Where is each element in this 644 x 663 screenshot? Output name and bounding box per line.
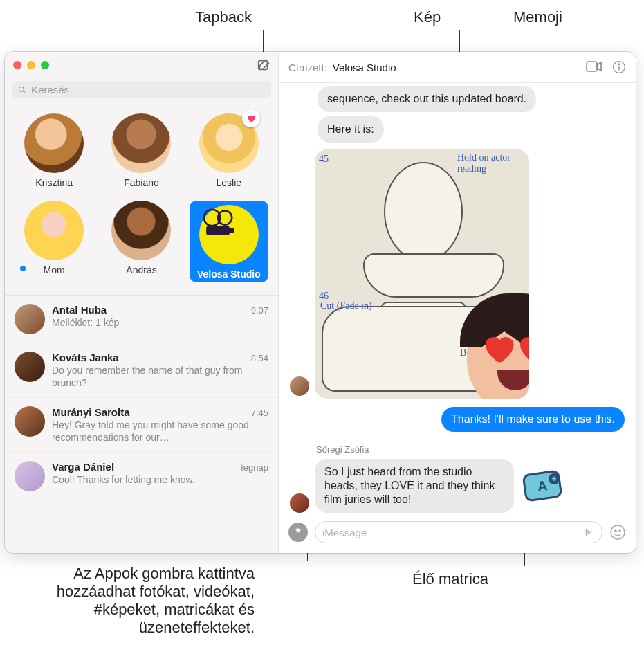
incoming-message: sequence, check out this updated board. bbox=[318, 86, 536, 112]
conversation-time: 7:45 bbox=[251, 408, 268, 418]
waveform-icon bbox=[581, 526, 595, 538]
callout-sticker: Élő matrica bbox=[412, 570, 488, 588]
dictation-button[interactable] bbox=[581, 526, 595, 538]
smiley-icon bbox=[609, 524, 626, 541]
pinned-name: Leslie bbox=[190, 177, 268, 188]
avatar bbox=[15, 461, 45, 491]
heart-eyes-icon bbox=[479, 329, 517, 367]
close-window-button[interactable] bbox=[13, 61, 21, 69]
memoji-sticker bbox=[460, 293, 529, 399]
conversation-time: 9:07 bbox=[251, 305, 268, 316]
conversation-name: Kováts Janka bbox=[52, 352, 119, 363]
pinned-name: Fabiano bbox=[102, 177, 181, 188]
pinned-name: Krisztina bbox=[15, 177, 93, 188]
conversation-name: Varga Dániel bbox=[52, 461, 114, 473]
list-item[interactable]: Varga Dánieltegnap Cool! Thanks for lett… bbox=[5, 453, 278, 500]
conversation-time: tegnap bbox=[241, 462, 268, 473]
compose-bar: iMessage bbox=[279, 516, 636, 553]
pinned-item-mom[interactable]: Mom bbox=[15, 201, 93, 282]
facetime-button[interactable] bbox=[586, 60, 602, 74]
avatar bbox=[199, 205, 259, 264]
avatar bbox=[15, 304, 45, 334]
projector-icon bbox=[199, 205, 237, 242]
search-input[interactable]: Keresés bbox=[12, 81, 271, 98]
pinned-item-fabiano[interactable]: Fabiano bbox=[102, 113, 181, 188]
avatar bbox=[111, 201, 171, 260]
conversation-list: Antal Huba9:07 Melléklet: 1 kép Kováts J… bbox=[5, 295, 278, 553]
image-attachment[interactable]: 45 Hold on actor reading 46 Cut (Fade in… bbox=[315, 149, 529, 399]
info-button[interactable] bbox=[612, 60, 626, 74]
outgoing-message: Thanks! I'll make sure to use this. bbox=[441, 407, 625, 432]
avatar bbox=[15, 352, 45, 382]
svg-rect-6 bbox=[587, 62, 597, 71]
sender-label: Sőregi Zsófia bbox=[316, 444, 625, 455]
image-annotation: Hold on actor reading bbox=[457, 152, 519, 174]
sender-avatar bbox=[290, 493, 309, 513]
pinned-item-krisztina[interactable]: Krisztina bbox=[15, 113, 93, 188]
live-sticker[interactable]: A + bbox=[524, 472, 561, 500]
minimize-window-button[interactable] bbox=[27, 61, 35, 69]
message-thread[interactable]: sequence, check out this updated board. … bbox=[279, 83, 636, 516]
conversation-name: Murányi Sarolta bbox=[52, 406, 130, 418]
conversation-preview: Cool! Thanks for letting me know. bbox=[52, 474, 268, 487]
apps-button[interactable] bbox=[288, 523, 308, 542]
list-item[interactable]: Kováts Janka8:54 Do you remember the nam… bbox=[5, 343, 278, 398]
list-item[interactable]: Murányi Sarolta7:45 Hey! Gray told me yo… bbox=[5, 398, 278, 453]
divider bbox=[315, 287, 529, 287]
pinned-item-andras[interactable]: András bbox=[102, 201, 181, 282]
conversation-pane: Címzett: Velosa Studio sequence, check o… bbox=[279, 52, 636, 553]
pinned-item-velosa-studio[interactable]: Velosa Studio bbox=[190, 201, 268, 282]
callout-memoji: Memoji bbox=[513, 8, 562, 26]
messages-window: Keresés Krisztina Fabiano Leslie bbox=[5, 52, 636, 553]
heart-eyes-icon bbox=[514, 329, 529, 367]
recipient-name[interactable]: Velosa Studio bbox=[333, 62, 396, 73]
svg-point-8 bbox=[618, 64, 620, 65]
incoming-message: Here it is: bbox=[318, 116, 384, 143]
image-annotation: 45 bbox=[319, 154, 329, 165]
callout-tapback: Tapback bbox=[195, 8, 252, 26]
conversation-name: Antal Huba bbox=[52, 304, 107, 316]
unread-dot-icon bbox=[20, 266, 26, 271]
incoming-message: So I just heard from the studio heads, t… bbox=[315, 459, 514, 513]
pinned-name: Velosa Studio bbox=[190, 269, 268, 280]
avatar bbox=[24, 113, 84, 173]
conversation-preview: Do you remember the name of that guy fro… bbox=[52, 365, 268, 389]
conversation-preview: Hey! Gray told me you might have some go… bbox=[52, 419, 268, 444]
pinned-conversations: Krisztina Fabiano Leslie Mom András bbox=[5, 104, 278, 295]
window-controls-row bbox=[5, 52, 278, 77]
search-placeholder: Keresés bbox=[31, 84, 69, 96]
traffic-lights[interactable] bbox=[13, 61, 49, 69]
appstore-icon bbox=[293, 527, 304, 538]
avatar bbox=[24, 201, 84, 260]
avatar bbox=[15, 406, 45, 437]
compose-button[interactable] bbox=[256, 57, 271, 73]
svg-point-9 bbox=[611, 525, 625, 539]
sketch-icon bbox=[384, 162, 463, 262]
svg-rect-5 bbox=[228, 228, 234, 233]
maximize-window-button[interactable] bbox=[41, 61, 49, 69]
tapback-heart-icon bbox=[242, 109, 260, 127]
conversation-preview: Melléklet: 1 kép bbox=[52, 317, 268, 329]
avatar bbox=[111, 113, 171, 173]
list-item[interactable]: Antal Huba9:07 Melléklet: 1 kép bbox=[5, 296, 278, 343]
callout-image: Kép bbox=[414, 8, 441, 26]
svg-point-1 bbox=[19, 87, 24, 91]
sketch-icon bbox=[363, 253, 504, 298]
message-placeholder: iMessage bbox=[322, 527, 367, 538]
conversation-header: Címzett: Velosa Studio bbox=[279, 52, 636, 83]
message-input[interactable]: iMessage bbox=[315, 521, 602, 543]
conversation-time: 8:54 bbox=[251, 353, 268, 363]
sidebar: Keresés Krisztina Fabiano Leslie bbox=[5, 52, 279, 553]
callout-apps: Az Appok gombra kattintva hozzáadhat fot… bbox=[40, 565, 255, 637]
image-annotation: Cut (Fade in) bbox=[320, 300, 376, 311]
plus-icon: + bbox=[549, 473, 560, 484]
svg-point-10 bbox=[615, 530, 616, 532]
sender-avatar bbox=[290, 376, 309, 396]
svg-point-11 bbox=[619, 530, 620, 532]
to-label: Címzett: bbox=[288, 62, 327, 73]
emoji-button[interactable] bbox=[609, 524, 626, 541]
pinned-name: András bbox=[102, 264, 181, 275]
pinned-item-leslie[interactable]: Leslie bbox=[190, 113, 268, 188]
svg-rect-4 bbox=[206, 226, 230, 235]
search-icon bbox=[17, 85, 27, 95]
